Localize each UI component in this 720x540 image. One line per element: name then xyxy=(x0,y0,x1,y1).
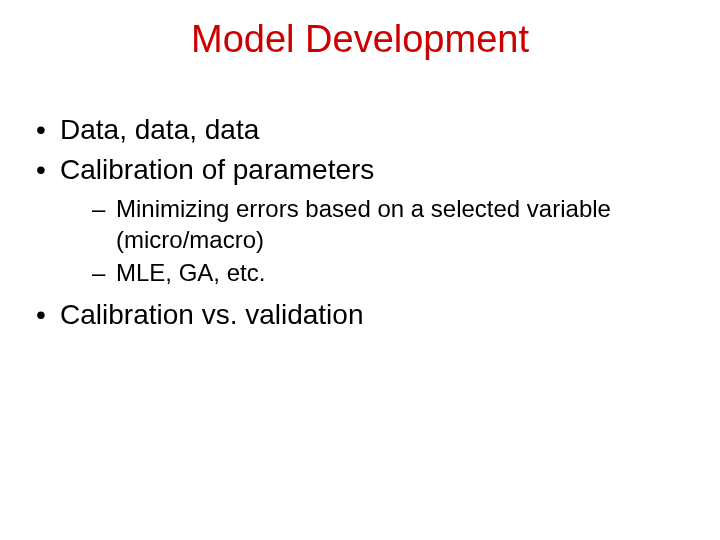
bullet-item: Data, data, data xyxy=(30,111,690,149)
sub-bullet-item: MLE, GA, etc. xyxy=(60,257,690,288)
slide-body: Data, data, data Calibration of paramete… xyxy=(0,61,720,334)
bullet-list: Data, data, data Calibration of paramete… xyxy=(30,111,690,334)
sub-bullet-list: Minimizing errors based on a selected va… xyxy=(60,193,690,289)
slide: Model Development Data, data, data Calib… xyxy=(0,0,720,540)
bullet-item: Calibration vs. validation xyxy=(30,296,690,334)
slide-title: Model Development xyxy=(0,0,720,61)
bullet-text: Calibration of parameters xyxy=(60,154,374,185)
bullet-item: Calibration of parameters Minimizing err… xyxy=(30,151,690,288)
sub-bullet-item: Minimizing errors based on a selected va… xyxy=(60,193,690,255)
